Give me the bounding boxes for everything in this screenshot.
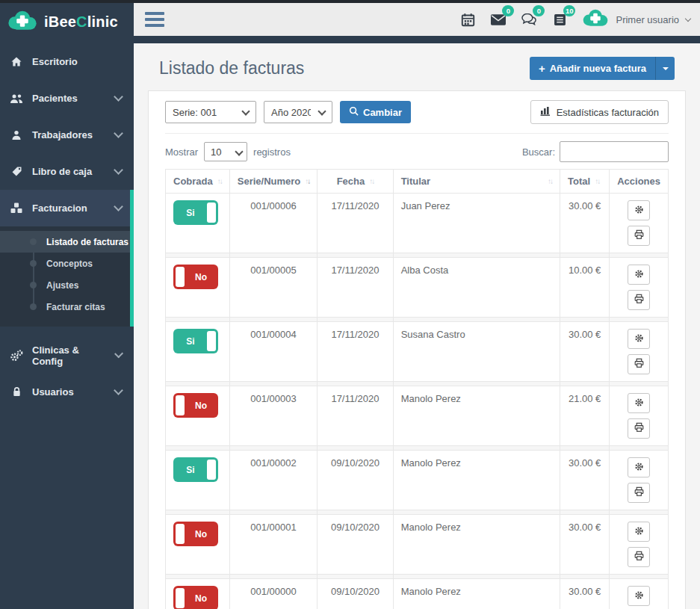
total-cell: 10.00 € <box>560 258 610 318</box>
fecha-cell: 09/10/2020 <box>318 579 393 609</box>
cobrada-toggle[interactable]: No <box>173 265 218 289</box>
edit-invoice-button[interactable] <box>628 329 650 349</box>
header-fecha[interactable]: Fecha↑↓ <box>318 170 393 194</box>
print-invoice-button[interactable] <box>628 226 650 246</box>
main-area: 0 0 10 Primer usuario <box>134 3 700 609</box>
table-row: No001/0000317/11/2020Manolo Perez21.00 € <box>166 386 669 446</box>
year-select[interactable]: Año 2020 <box>264 101 332 123</box>
year-select-wrap: Año 2020 <box>264 101 332 123</box>
serie-select[interactable]: Serie: 001 <box>165 101 256 123</box>
serie-numero-cell: 001/00005 <box>229 258 318 318</box>
cobrada-toggle[interactable]: Si <box>173 457 218 482</box>
page-length-select[interactable]: 10 <box>204 142 247 161</box>
sidebar-group-facturacion: Facturacion Listado de facturas Concepto… <box>0 190 134 327</box>
gear-icon <box>634 590 644 602</box>
billing-stats-button[interactable]: Estadísticas facturación <box>530 100 669 124</box>
sidebar-item-pacientes[interactable]: Pacientes <box>0 80 134 117</box>
printer-icon <box>634 551 644 563</box>
print-invoice-button[interactable] <box>628 547 650 567</box>
print-invoice-button[interactable] <box>628 418 650 439</box>
caret-down-icon <box>663 67 669 70</box>
edit-invoice-button[interactable] <box>628 586 650 606</box>
serie-numero-cell: 001/00001 <box>229 515 318 575</box>
search-icon <box>349 106 359 118</box>
search-input[interactable] <box>560 141 669 162</box>
sidebar-item-label: Escritorio <box>32 56 78 67</box>
sidebar-subitem-listado-de-facturas[interactable]: Listado de facturas <box>0 231 134 253</box>
serie-numero-cell: 001/00004 <box>229 322 318 382</box>
user-menu[interactable]: Primer usuario <box>582 9 690 30</box>
plus-icon: + <box>539 62 545 75</box>
print-invoice-button[interactable] <box>628 483 650 503</box>
invoice-table-body: Si001/0000617/11/2020Juan Perez30.00 €No… <box>166 194 669 609</box>
total-cell: 30.00 € <box>560 451 610 510</box>
sidebar-subitem-ajustes[interactable]: Ajustes <box>0 274 134 296</box>
edit-invoice-button[interactable] <box>628 522 650 542</box>
sidebar: iBeeClinic Escritorio Pacientes Trabajad… <box>0 0 134 609</box>
facturacion-submenu: Listado de facturas Conceptos Ajustes Fa… <box>0 226 134 327</box>
sidebar-item-usuarios[interactable]: Usuarios <box>0 374 134 410</box>
messages-icon[interactable]: 0 <box>490 11 507 28</box>
serie-numero-cell: 001/00003 <box>229 386 318 446</box>
cloud-plus-logo-icon <box>582 9 609 30</box>
gear-icon <box>634 398 644 409</box>
bar-chart-icon <box>540 106 551 118</box>
fecha-cell: 17/11/2020 <box>318 194 393 253</box>
header-serie-numero[interactable]: Serie/Numero↑↓ <box>229 170 318 194</box>
app-logo[interactable]: iBeeClinic <box>0 0 134 43</box>
change-button[interactable]: Cambiar <box>340 101 411 123</box>
gear-icon <box>634 462 644 474</box>
print-invoice-button[interactable] <box>628 290 650 310</box>
chevron-down-icon <box>114 129 123 138</box>
edit-invoice-button[interactable] <box>628 200 650 220</box>
cobrada-toggle[interactable]: No <box>173 393 218 418</box>
chevron-down-icon <box>114 349 123 358</box>
fecha-cell: 17/11/2020 <box>318 322 393 382</box>
sidebar-item-libro-de-caja[interactable]: Libro de caja <box>0 153 134 190</box>
search-label: Buscar: <box>522 146 555 158</box>
edit-invoice-button[interactable] <box>628 393 650 413</box>
subitem-label: Facturar citas <box>46 302 105 312</box>
sidebar-subitem-conceptos[interactable]: Conceptos <box>0 253 134 274</box>
header-dark-band <box>134 36 700 43</box>
total-cell: 21.00 € <box>560 386 610 446</box>
logo-text: iBeeClinic <box>44 13 118 31</box>
sort-icon: ↑↓ <box>217 177 222 185</box>
fecha-cell: 17/11/2020 <box>318 386 393 446</box>
edit-invoice-button[interactable] <box>628 457 650 477</box>
edit-invoice-button[interactable] <box>628 265 650 285</box>
cobrada-toggle[interactable]: No <box>173 522 218 546</box>
cobrada-toggle[interactable]: Si <box>173 200 218 225</box>
sidebar-item-escritorio[interactable]: Escritorio <box>0 43 134 80</box>
tasks-icon[interactable]: 10 <box>551 11 568 28</box>
home-icon <box>10 56 23 68</box>
tasks-badge: 10 <box>563 5 576 16</box>
header-total[interactable]: Total↑↓ <box>560 170 610 194</box>
print-invoice-button[interactable] <box>628 354 650 374</box>
sidebar-item-trabajadores[interactable]: Trabajadores <box>0 117 134 153</box>
calendar-icon[interactable] <box>459 11 476 28</box>
cobrada-toggle[interactable]: No <box>173 586 218 609</box>
sidebar-item-facturacion[interactable]: Facturacion <box>0 190 134 226</box>
user-name: Primer usuario <box>616 14 679 25</box>
cobrada-toggle[interactable]: Si <box>173 329 218 353</box>
total-cell: 30.00 € <box>560 579 610 609</box>
sidebar-item-label: Libro de caja <box>32 166 92 177</box>
show-label: Mostrar <box>165 146 198 158</box>
add-invoice-button[interactable]: +Añadir nueva factura <box>530 57 675 80</box>
header-titular[interactable]: Titular↑↓ <box>393 170 560 194</box>
add-invoice-dropdown-button[interactable] <box>655 57 675 80</box>
subitem-label: Conceptos <box>46 259 93 269</box>
sidebar-toggle-button[interactable] <box>145 12 164 27</box>
sort-icon: ↑↓ <box>548 177 552 185</box>
gears-icon <box>10 350 23 362</box>
titular-cell: Manolo Perez <box>393 579 560 609</box>
chat-icon[interactable]: 0 <box>521 11 537 28</box>
sidebar-subitem-facturar-citas[interactable]: Facturar citas <box>0 296 134 318</box>
sidebar-item-clinicas-config[interactable]: Clinicas & Config <box>0 337 134 374</box>
sort-icon: ↑↓ <box>369 177 374 185</box>
patients-icon <box>10 93 23 105</box>
header-cobrada[interactable]: Cobrada↑↓ <box>166 170 230 194</box>
chevron-down-icon <box>114 202 123 211</box>
total-cell: 30.00 € <box>560 322 610 382</box>
